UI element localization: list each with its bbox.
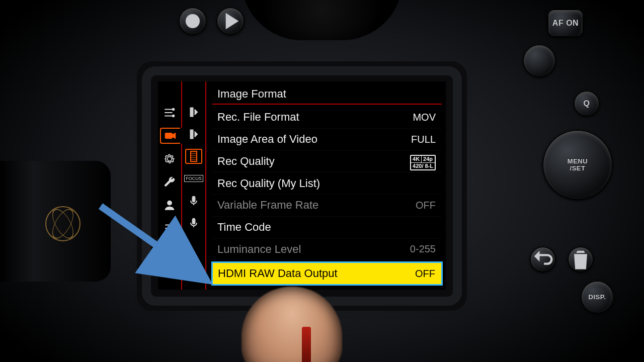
subtab-image-2[interactable] <box>185 127 202 142</box>
menu-item-label: Rec Quality <box>217 155 275 168</box>
menu-item-label: Variable Frame Rate <box>217 199 318 212</box>
joystick[interactable] <box>523 44 556 77</box>
svg-rect-7 <box>191 151 197 161</box>
menu-item-label: HDMI RAW Data Output <box>218 267 338 280</box>
finger <box>242 287 342 362</box>
gear-icon <box>163 152 176 165</box>
trash-button[interactable] <box>568 246 594 273</box>
lens-mount <box>242 0 403 40</box>
svg-point-4 <box>168 201 172 205</box>
svg-point-0 <box>186 14 200 28</box>
playback-button-top[interactable] <box>216 7 245 35</box>
menu-item-rec-quality[interactable]: Rec Quality 4K 24p 420/ 8-L <box>212 151 442 173</box>
person-icon <box>163 199 176 212</box>
atom-logo-icon <box>45 206 80 241</box>
menu-cat-custom[interactable] <box>160 174 179 190</box>
menu-cat-playback[interactable] <box>160 197 179 213</box>
list-icon <box>163 222 176 235</box>
badge-24p: 24p <box>421 156 434 162</box>
menu-item-rec-file-format[interactable]: Rec. File Format MOV <box>212 107 442 129</box>
svg-point-1 <box>172 108 174 110</box>
menu-heading: Image Format <box>212 85 442 103</box>
af-on-label: AF ON <box>552 19 579 28</box>
return-icon <box>530 246 556 273</box>
menu-item-luminance: Luminance Level 0-255 <box>212 239 442 261</box>
filmstrip-left-icon <box>188 128 200 140</box>
subtab-film[interactable] <box>185 149 202 164</box>
menu-heading-text: Image Format <box>217 87 286 101</box>
menu-category-column <box>158 81 182 290</box>
menu-item-hdmi-raw[interactable]: HDMI RAW Data Output OFF <box>211 261 443 286</box>
badge-420: 420/ 8-L <box>411 162 435 169</box>
menu-cat-setup[interactable] <box>160 151 179 167</box>
record-button-top[interactable] <box>179 7 207 35</box>
menu-set-label: MENU /SET <box>568 158 588 171</box>
camera-body: AF ON Q MENU /SET DISP. <box>0 0 644 362</box>
video-camera-icon <box>164 129 177 142</box>
svg-rect-9 <box>192 218 195 224</box>
menu-item-timecode[interactable]: Time Code <box>212 217 442 239</box>
disp-button[interactable]: DISP. <box>581 281 614 314</box>
mic-icon <box>188 195 200 207</box>
svg-point-2 <box>172 115 174 117</box>
play-icon <box>216 7 245 35</box>
menu-item-label: Rec. File Format <box>217 111 299 124</box>
menu-item-label: Image Area of Video <box>217 133 317 146</box>
menu-item-image-area[interactable]: Image Area of Video FULL <box>212 129 442 151</box>
menu-item-value: MOV <box>413 112 436 123</box>
subtab-focus[interactable]: FOCUS <box>185 171 202 186</box>
back-button[interactable] <box>530 246 556 273</box>
svg-rect-6 <box>190 130 193 139</box>
badge-4k: 4K <box>411 156 421 162</box>
mic-icon <box>188 217 200 229</box>
menu-item-value: OFF <box>416 200 436 211</box>
trash-icon <box>568 246 594 273</box>
wrench-icon <box>163 175 176 189</box>
menu-item-label: Luminance Level <box>217 243 301 256</box>
tripod-post <box>302 327 311 362</box>
svg-rect-5 <box>190 108 193 117</box>
filmstrip-icon <box>188 150 200 162</box>
rec-quality-badge: 4K 24p 420/ 8-L <box>410 152 436 170</box>
af-on-button[interactable]: AF ON <box>547 9 584 37</box>
q-button[interactable]: Q <box>574 90 600 117</box>
disp-label: DISP. <box>589 294 606 301</box>
svg-rect-3 <box>165 133 172 139</box>
sliders-icon <box>163 106 176 119</box>
lcd-frame: FOCUS Image Format Rec. File Format MOV <box>151 75 453 297</box>
dpad-menu-set[interactable]: MENU /SET <box>542 130 613 200</box>
menu-cat-mymenu[interactable] <box>160 220 179 236</box>
menu-cat-photo[interactable] <box>160 105 179 121</box>
filmstrip-left-icon <box>188 106 200 118</box>
menu-item-label: Rec Quality (My List) <box>217 177 320 190</box>
subtab-image-1[interactable] <box>185 105 202 120</box>
menu-item-vfr: Variable Frame Rate OFF <box>212 195 442 217</box>
menu-item-label: Time Code <box>217 221 271 234</box>
svg-rect-8 <box>192 196 195 202</box>
subtab-mic-2[interactable] <box>185 215 202 230</box>
subtab-mic-1[interactable] <box>185 193 202 208</box>
menu-item-rec-quality-mylist[interactable]: Rec Quality (My List) <box>212 172 442 195</box>
menu-subtab-column: FOCUS <box>182 81 206 290</box>
menu-cat-video[interactable] <box>160 128 180 144</box>
menu-item-value: 0-255 <box>410 243 436 255</box>
lcd-screen[interactable]: FOCUS Image Format Rec. File Format MOV <box>158 81 446 290</box>
menu-item-value: OFF <box>415 268 435 280</box>
external-recorder <box>0 161 111 282</box>
focus-box-label: FOCUS <box>184 175 203 182</box>
menu-item-value: FULL <box>411 134 436 145</box>
q-label: Q <box>584 99 590 108</box>
record-icon <box>179 7 207 35</box>
menu-list: Rec. File Format MOV Image Area of Video… <box>212 107 442 286</box>
